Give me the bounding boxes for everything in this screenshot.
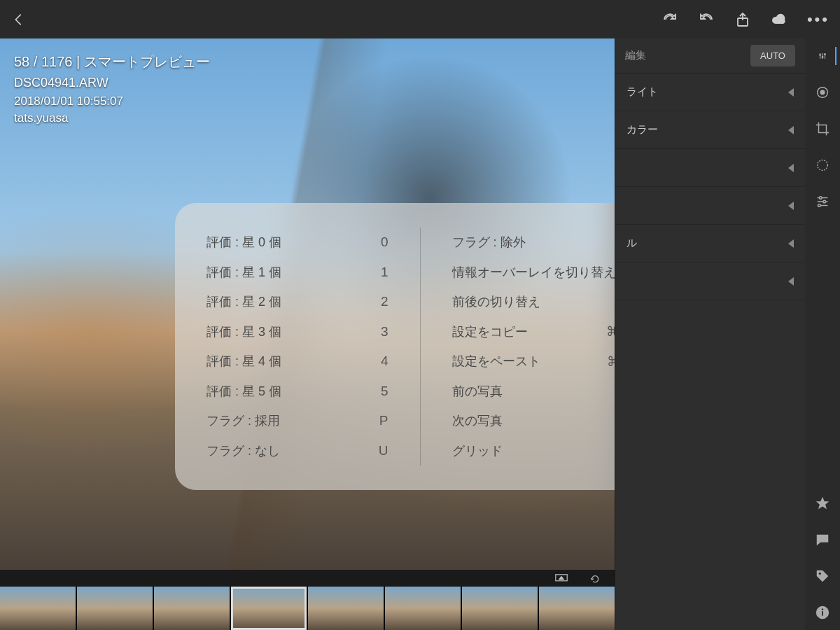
shortcut-label: 情報オーバーレイを切り替え [452, 264, 615, 281]
shortcut-row: 次の写真▶ [452, 406, 615, 436]
keyboard-shortcuts-overlay: 評価 : 星 0 個0評価 : 星 1 個1評価 : 星 2 個2評価 : 星 … [175, 203, 615, 490]
svg-marker-2 [559, 577, 564, 580]
edit-section-row[interactable] [615, 262, 805, 300]
collapse-triangle-icon [788, 88, 794, 97]
author-line: tats.yuasa [14, 111, 210, 125]
shortcut-key: 4 [381, 354, 388, 369]
redo-icon[interactable] [662, 11, 678, 28]
auto-button[interactable]: AUTO [750, 45, 795, 66]
thumbnail[interactable] [385, 587, 461, 630]
shortcut-label: 評価 : 星 1 個 [206, 264, 381, 281]
shortcut-row: 評価 : 星 3 個3 [206, 317, 388, 347]
shortcut-label: フラグ : 除外 [452, 234, 615, 251]
top-bar: ••• [0, 0, 840, 38]
filmstrip-toolbar [0, 570, 615, 587]
thumbnail[interactable] [231, 587, 307, 630]
info-overlay: 58 / 1176 | スマートプレビュー DSC04941.ARW 2018/… [14, 52, 210, 125]
datetime-line: 2018/01/01 10:55:07 [14, 94, 210, 108]
shortcut-row: 評価 : 星 5 個5 [206, 377, 388, 407]
info-icon[interactable] [813, 603, 832, 622]
crop-icon[interactable] [813, 120, 832, 138]
shortcut-label: 次の写真 [452, 412, 615, 429]
thumbnail[interactable] [154, 587, 230, 630]
edit-panel: 編集 AUTO ライトカラール [615, 38, 805, 630]
thumbnail[interactable] [77, 587, 153, 630]
shortcut-label: 評価 : 星 2 個 [206, 293, 381, 310]
shortcut-row: フラグ : なしU [206, 436, 388, 466]
svg-point-22 [822, 608, 823, 610]
svg-point-15 [819, 197, 822, 200]
shortcut-row: 設定をコピー⌘C [452, 317, 615, 347]
shortcut-row: 前後の切り替えY [452, 287, 615, 317]
edit-section-row[interactable]: ル [615, 225, 805, 262]
shortcut-key: P [379, 413, 388, 428]
shortcut-key: 5 [381, 384, 388, 399]
svg-point-19 [819, 573, 821, 575]
thumbnail[interactable] [539, 587, 615, 630]
shortcut-label: 設定をコピー [452, 323, 607, 340]
mask-icon[interactable] [813, 156, 832, 174]
shortcut-label: フラグ : 採用 [206, 412, 379, 429]
thumbnail[interactable] [308, 587, 384, 630]
thumbnail[interactable] [462, 587, 538, 630]
more-icon[interactable]: ••• [807, 10, 830, 29]
svg-marker-18 [816, 497, 829, 509]
collapse-triangle-icon [788, 277, 794, 286]
adjust-icon[interactable] [818, 47, 836, 65]
presets-icon[interactable] [813, 192, 832, 211]
shortcut-row: 設定をペースト⌘V [452, 346, 615, 377]
shortcut-key: ⌘C [606, 323, 615, 340]
shortcut-row: 前の写真◀ [452, 377, 615, 407]
shortcut-row: 情報オーバーレイを切り替えI [452, 258, 615, 288]
star-icon[interactable] [813, 494, 832, 512]
back-button[interactable] [10, 11, 27, 28]
undo-icon[interactable] [698, 11, 715, 28]
shortcut-key: 2 [381, 294, 388, 309]
cloud-icon[interactable] [771, 11, 788, 28]
comment-icon[interactable] [813, 531, 832, 549]
shortcut-label: 評価 : 星 0 個 [206, 234, 381, 251]
edit-section-label: カラー [626, 123, 658, 136]
shortcut-key: ⌘V [607, 354, 615, 370]
shortcut-row: グリッドG [452, 436, 615, 466]
shortcut-label: グリッド [452, 442, 615, 459]
collapse-triangle-icon [788, 202, 794, 210]
shortcut-key: 0 [381, 234, 388, 250]
filmstrip [0, 587, 615, 630]
edit-section-row[interactable] [615, 187, 805, 225]
reset-icon[interactable] [587, 570, 604, 587]
counter-line: 58 / 1176 | スマートプレビュー [14, 52, 210, 71]
thumbnail[interactable] [0, 587, 76, 630]
collapse-triangle-icon [788, 164, 794, 172]
tool-rail [805, 38, 840, 630]
shortcut-row: 評価 : 星 4 個4 [206, 346, 388, 377]
edit-section-row[interactable]: カラー [615, 111, 805, 149]
shortcut-row: フラグ : 採用P [206, 406, 388, 436]
shortcut-label: 評価 : 星 4 個 [206, 353, 381, 370]
shortcut-label: 前の写真 [452, 383, 615, 400]
shortcut-label: 評価 : 星 3 個 [206, 323, 381, 340]
shortcut-row: フラグ : 除外X [452, 227, 615, 258]
edit-section-label: ル [626, 237, 637, 250]
shortcut-label: 設定をペースト [452, 353, 608, 370]
healing-icon[interactable] [813, 83, 832, 102]
svg-point-10 [820, 90, 825, 94]
collapse-triangle-icon [788, 239, 794, 248]
shortcut-label: 前後の切り替え [452, 293, 615, 310]
shortcut-row: 評価 : 星 1 個1 [206, 258, 388, 288]
filename-line: DSC04941.ARW [14, 76, 210, 90]
shortcut-key: 3 [381, 324, 388, 340]
share-icon[interactable] [734, 11, 751, 28]
shortcut-row: 評価 : 星 2 個2 [206, 287, 388, 317]
edit-panel-title: 編集 [625, 49, 646, 62]
tag-icon[interactable] [813, 567, 832, 585]
shortcut-label: フラグ : なし [206, 442, 379, 459]
shortcut-key: 1 [381, 265, 388, 280]
edit-section-row[interactable] [615, 149, 805, 187]
filmstrip-toggle-icon[interactable] [553, 570, 570, 587]
shortcut-row: 評価 : 星 0 個0 [206, 227, 388, 258]
shortcut-key: U [379, 443, 388, 458]
edit-section-row[interactable]: ライト [615, 74, 805, 111]
svg-point-11 [818, 160, 828, 171]
svg-point-16 [823, 200, 826, 203]
